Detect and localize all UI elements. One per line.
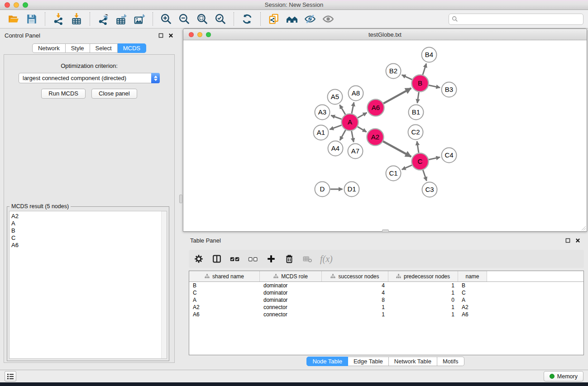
destroy-table-button[interactable] xyxy=(302,253,313,265)
graph-edge-A-A7[interactable] xyxy=(352,131,354,142)
network-canvas[interactable]: AA1A2A3A4A5A6A7A8BB1B2B3B4CC1C2C3C4DD1 xyxy=(183,40,587,231)
minimize-network-button[interactable] xyxy=(197,32,202,37)
zoom-fit-button[interactable] xyxy=(196,12,209,26)
column-header-mcds-role[interactable]: MCDS role xyxy=(260,271,322,281)
cell[interactable]: 4 xyxy=(322,289,388,296)
graph-edge-A-A4[interactable] xyxy=(340,130,346,140)
zoom-selected-button[interactable] xyxy=(214,12,227,26)
list-item[interactable]: B xyxy=(11,227,167,234)
import-network-button[interactable] xyxy=(52,12,65,26)
list-item[interactable]: A2 xyxy=(11,213,167,220)
network-graph[interactable]: AA1A2A3A4A5A6A7A8BB1B2B3B4CC1C2C3C4DD1 xyxy=(183,40,587,231)
close-panel-icon[interactable] xyxy=(168,33,174,38)
import-table-button[interactable] xyxy=(70,12,83,26)
graph-edge-C-C3[interactable] xyxy=(423,170,426,181)
first-neighbors-button[interactable] xyxy=(285,12,299,26)
list-item[interactable]: A xyxy=(11,220,167,227)
zoom-in-button[interactable] xyxy=(159,12,173,26)
cell[interactable]: A6 xyxy=(458,311,487,318)
cell[interactable]: dominator xyxy=(260,289,322,296)
tab-mcds[interactable]: MCDS xyxy=(118,43,146,53)
graph-edge-B-B3[interactable] xyxy=(429,85,440,87)
cell[interactable]: 8 xyxy=(322,296,388,304)
cell[interactable]: 1 xyxy=(388,289,458,296)
zoom-network-button[interactable] xyxy=(206,32,211,37)
new-network-from-selection-button[interactable] xyxy=(267,12,281,26)
close-table-panel-icon[interactable] xyxy=(575,238,581,243)
search-box[interactable] xyxy=(449,14,583,25)
graph-edge-A-A2[interactable] xyxy=(358,127,367,132)
list-item[interactable]: A6 xyxy=(11,242,167,249)
graph-edge-C-C1[interactable] xyxy=(402,165,412,170)
close-panel-button[interactable]: Close panel xyxy=(91,89,137,99)
graph-edge-C-C2[interactable] xyxy=(417,141,419,152)
cell[interactable]: 1 xyxy=(388,304,458,311)
scrollbar-track[interactable] xyxy=(161,211,167,358)
cell[interactable]: 4 xyxy=(322,282,388,289)
column-header-successor-nodes[interactable]: successor nodes xyxy=(322,271,388,281)
cell[interactable]: A xyxy=(458,296,487,304)
graph-edge-A2-C[interactable] xyxy=(383,141,411,157)
tab-node-table[interactable]: Node Table xyxy=(306,357,348,366)
cell[interactable]: dominator xyxy=(260,296,322,304)
graph-edge-A-A1[interactable] xyxy=(330,125,341,130)
add-column-button[interactable] xyxy=(266,253,277,265)
open-file-button[interactable] xyxy=(7,12,20,26)
table-settings-button[interactable] xyxy=(193,253,204,265)
float-table-panel-icon[interactable] xyxy=(565,238,571,243)
cell[interactable]: B xyxy=(458,282,487,289)
export-image-button[interactable] xyxy=(133,12,146,26)
graph-edge-A-A6[interactable] xyxy=(358,113,367,118)
column-header-predecessor-nodes[interactable]: predecessor nodes xyxy=(388,271,458,281)
delete-columns-button[interactable] xyxy=(284,253,295,265)
memory-button[interactable]: Memory xyxy=(544,371,583,381)
cell[interactable]: 1 xyxy=(322,311,388,318)
cell[interactable]: connector xyxy=(260,304,322,311)
graph-edge-B-B2[interactable] xyxy=(402,75,412,80)
cell[interactable]: 0 xyxy=(388,296,458,304)
table-row[interactable]: B dominator 4 1 B xyxy=(189,282,583,289)
table-row[interactable]: A2 connector 1 1 A2 xyxy=(189,304,583,311)
cell[interactable]: 1 xyxy=(388,282,458,289)
graph-edge-B-B1[interactable] xyxy=(417,92,419,103)
cell[interactable]: A xyxy=(189,296,260,304)
export-table-button[interactable] xyxy=(115,12,128,26)
table-row[interactable]: A dominator 8 0 A xyxy=(189,296,583,304)
close-window-button[interactable] xyxy=(5,2,10,8)
graph-edge-A-A5[interactable] xyxy=(339,105,345,115)
hide-selected-button[interactable] xyxy=(303,12,317,26)
graph-edge-B-B4[interactable] xyxy=(423,64,426,75)
graph-edge-A-A8[interactable] xyxy=(352,102,354,114)
column-header-shared-name[interactable]: shared name xyxy=(189,271,260,281)
cell[interactable]: dominator xyxy=(260,282,322,289)
show-all-button[interactable] xyxy=(321,12,335,26)
save-session-button[interactable] xyxy=(25,12,38,26)
zoom-out-button[interactable] xyxy=(177,12,191,26)
criterion-dropdown[interactable]: largest connected component (directed) xyxy=(19,73,160,83)
close-network-button[interactable] xyxy=(189,32,194,37)
graph-edge-C-C4[interactable] xyxy=(429,157,440,159)
cell[interactable]: 1 xyxy=(388,311,458,318)
task-history-button[interactable] xyxy=(5,371,16,381)
search-input[interactable] xyxy=(460,16,580,23)
cell[interactable]: C xyxy=(458,289,487,296)
cell[interactable]: C xyxy=(189,289,260,296)
graph-edge-A-A3[interactable] xyxy=(331,115,341,119)
float-panel-icon[interactable] xyxy=(158,33,164,38)
splitter-handle-vertical[interactable] xyxy=(179,195,182,203)
zoom-window-button[interactable] xyxy=(23,2,28,8)
splitter-handle-horizontal[interactable] xyxy=(382,229,389,233)
deselect-all-rows-button[interactable] xyxy=(248,253,258,265)
export-network-button[interactable] xyxy=(96,12,110,26)
list-item[interactable]: C xyxy=(11,234,167,242)
apply-layout-button[interactable] xyxy=(240,12,254,26)
window-resize-grip[interactable] xyxy=(581,225,586,231)
tab-select[interactable]: Select xyxy=(90,43,118,53)
graph-edge-A6-B[interactable] xyxy=(383,88,411,104)
tab-motifs[interactable]: Motifs xyxy=(437,357,464,366)
tab-style[interactable]: Style xyxy=(66,43,90,53)
select-all-rows-button[interactable] xyxy=(229,253,240,265)
show-column-panel-button[interactable] xyxy=(211,253,222,265)
tab-network[interactable]: Network xyxy=(32,43,66,53)
cell[interactable]: A2 xyxy=(458,304,487,311)
